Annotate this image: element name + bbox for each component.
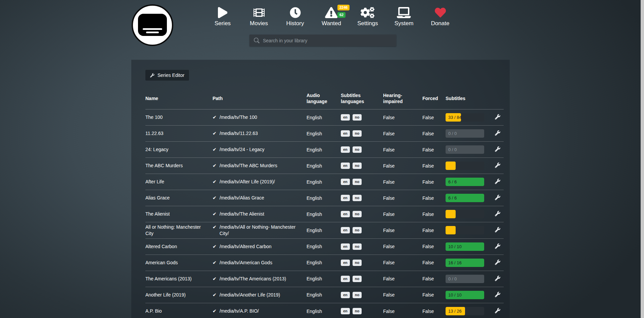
- forced-value: False: [422, 260, 446, 265]
- wrench-icon: [495, 276, 500, 281]
- language-badge: en: [341, 227, 350, 233]
- edit-series-button[interactable]: [495, 211, 500, 217]
- edit-series-button[interactable]: [495, 227, 500, 233]
- nav-item-system[interactable]: System: [386, 5, 422, 27]
- edit-series-button[interactable]: [495, 260, 500, 266]
- edit-series-button[interactable]: [495, 276, 500, 282]
- hearing-impaired-value: False: [383, 115, 422, 120]
- series-table: Name Path Audio language Subtitles langu…: [145, 88, 504, 318]
- subtitles-progress-label: 0 / 0: [448, 275, 457, 283]
- series-path: /media/tv/The ABC Murders: [220, 163, 277, 169]
- language-badge: en: [341, 276, 350, 282]
- language-badge: no: [353, 114, 362, 121]
- subtitles-progress-label: 0 / 0: [448, 145, 457, 154]
- check-icon: ✔: [213, 308, 217, 314]
- wrench-icon: [495, 114, 500, 120]
- subtitles-progress: 10 / 10: [446, 242, 484, 251]
- subtitle-languages: enno: [341, 114, 383, 121]
- table-row: Altered Carbon ✔ /media/tv/Altered Carbo…: [145, 239, 504, 255]
- subtitles-progress-label: 16 / 16: [448, 259, 462, 267]
- hearing-impaired-value: False: [383, 260, 422, 265]
- subtitles-progress: 33 / 84: [446, 113, 484, 122]
- audio-language: English: [307, 276, 341, 281]
- forced-value: False: [422, 244, 446, 249]
- wrench-icon: [495, 243, 500, 249]
- subtitle-languages: enno: [341, 195, 383, 201]
- edit-series-button[interactable]: [495, 163, 500, 169]
- check-icon: ✔: [213, 224, 217, 230]
- series-name[interactable]: American Gods: [145, 260, 178, 265]
- series-path: /media/tv/The 100: [220, 114, 257, 121]
- series-name[interactable]: 24: Legacy: [145, 147, 169, 152]
- series-name[interactable]: 11.22.63: [145, 131, 163, 136]
- subtitles-progress: 0 / 0: [446, 145, 484, 154]
- subtitles-progress-label: 13 / 26: [448, 307, 462, 315]
- edit-series-button[interactable]: [495, 114, 500, 121]
- edit-series-button[interactable]: [495, 308, 500, 314]
- nav-item-settings[interactable]: Settings: [350, 5, 386, 27]
- check-icon: ✔: [213, 114, 217, 121]
- wrench-icon: [495, 211, 500, 216]
- nav-item-history[interactable]: Wanted History: [277, 5, 313, 27]
- table-row: The 100 ✔ /media/tv/The 100 English enno…: [145, 109, 504, 126]
- hearing-impaired-value: False: [383, 228, 422, 233]
- audio-language: English: [307, 115, 341, 120]
- series-name[interactable]: Alias Grace: [145, 195, 170, 200]
- subtitles-progress-label: 6 / 6: [448, 194, 457, 202]
- nav-item-donate[interactable]: Donate: [422, 5, 458, 27]
- edit-series-button[interactable]: [495, 146, 500, 153]
- wrench-icon: [495, 146, 500, 152]
- series-name[interactable]: Another Life (2019): [145, 292, 186, 298]
- series-editor-button[interactable]: Series Editor: [145, 70, 189, 81]
- audio-language: English: [307, 309, 341, 314]
- edit-series-button[interactable]: [495, 130, 500, 137]
- series-name[interactable]: After Life: [145, 179, 164, 184]
- subtitle-languages: enno: [341, 179, 383, 185]
- play-icon: [218, 5, 228, 19]
- wanted-series-count-badge: 2246: [337, 5, 350, 10]
- series-name[interactable]: The ABC Murders: [145, 163, 183, 168]
- language-badge: no: [353, 179, 362, 185]
- nav-item-movies[interactable]: Movies: [241, 5, 277, 27]
- language-badge: no: [353, 211, 362, 217]
- series-name[interactable]: The Americans (2013): [145, 276, 192, 281]
- subtitle-languages: enno: [341, 146, 383, 153]
- bazarr-logo[interactable]: [132, 4, 173, 46]
- series-name[interactable]: The Alienist: [145, 211, 170, 217]
- language-badge: en: [341, 195, 350, 201]
- language-badge: en: [341, 130, 350, 137]
- audio-language: English: [307, 292, 341, 298]
- nav-item-series[interactable]: Series: [204, 5, 241, 27]
- edit-series-button[interactable]: [495, 292, 500, 298]
- series-name[interactable]: Altered Carbon: [145, 244, 177, 249]
- gears-icon: [361, 5, 374, 19]
- series-name[interactable]: The 100: [145, 115, 163, 120]
- nav-label: Settings: [357, 20, 378, 27]
- page-scrollbar[interactable]: [641, 0, 644, 318]
- library-search: [249, 35, 396, 46]
- series-name[interactable]: A.P. Bio: [145, 308, 162, 314]
- series-name[interactable]: All or Nothing: Manchester City: [145, 224, 201, 236]
- header-audio: Audio language: [307, 93, 341, 104]
- hearing-impaired-value: False: [383, 179, 422, 185]
- forced-value: False: [422, 309, 446, 314]
- language-badge: no: [353, 163, 362, 169]
- search-input[interactable]: [249, 35, 396, 46]
- audio-language: English: [307, 260, 341, 265]
- edit-series-button[interactable]: [495, 179, 500, 185]
- series-path: /media/tv/All or Nothing- Manchester Cit…: [220, 224, 303, 237]
- edit-series-button[interactable]: [495, 195, 500, 201]
- edit-series-button[interactable]: [495, 243, 500, 250]
- subtitle-languages: enno: [341, 308, 383, 314]
- subtitles-progress: 13 / 26: [446, 307, 484, 315]
- table-row: Alias Grace ✔ /media/tv/Alias Grace Engl…: [145, 190, 504, 206]
- header-hearing: Hearing-impaired: [383, 93, 422, 104]
- language-badge: en: [341, 308, 350, 314]
- check-icon: ✔: [213, 276, 217, 282]
- check-icon: ✔: [213, 211, 217, 217]
- nav-item-wanted[interactable]: Wanted 2246 62: [313, 5, 350, 27]
- subtitles-progress: 10 / 10: [446, 291, 484, 299]
- check-icon: ✔: [213, 243, 217, 250]
- hearing-impaired-value: False: [383, 309, 422, 314]
- table-row: The Americans (2013) ✔ /media/tv/The Ame…: [145, 271, 504, 287]
